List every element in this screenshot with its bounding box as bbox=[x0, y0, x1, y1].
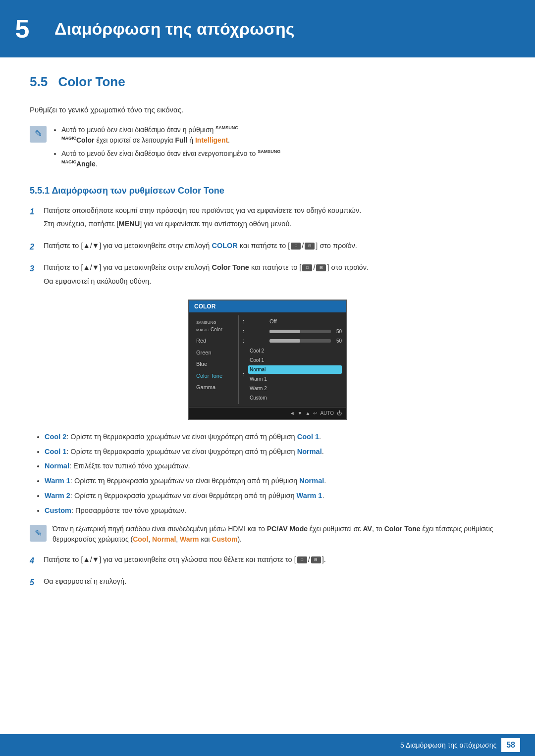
step-5-text: Θα εφαρμοστεί η επιλογή. bbox=[44, 576, 505, 587]
monitor-value-blue: : Cool 2 Cool 1 Normal Warm 1 Warm 2 Cus… bbox=[243, 347, 342, 402]
menu-red: Red bbox=[193, 336, 234, 346]
step-2: 2 Πατήστε το [▲/▼] για να μετακινηθείτε … bbox=[30, 241, 505, 254]
step-5: 5 Θα εφαρμοστεί η επιλογή. bbox=[30, 576, 505, 590]
monitor-icon-4: ↩ bbox=[313, 409, 317, 417]
step-content-2: Πατήστε το [▲/▼] για να μετακινηθείτε στ… bbox=[44, 241, 505, 254]
monitor-value-green: : 50 bbox=[243, 337, 342, 345]
steps-list: 1 Πατήστε οποιοδήποτε κουμπί στην πρόσοψ… bbox=[30, 205, 505, 290]
desc-warm2: Warm 2: Ορίστε η θερμοκρασία χρωμάτων να… bbox=[45, 491, 505, 502]
desc-normal: Normal: Επιλέξτε τον τυπικό τόνο χρωμάτω… bbox=[45, 461, 505, 472]
chapter-number: 5 bbox=[0, 9, 45, 49]
footer-note-icon-graphic: ✎ bbox=[30, 525, 47, 542]
monitor-left-menu: SAMSUNGMAGIC Color Red Green Blue Color … bbox=[189, 315, 239, 404]
note-list: Αυτό το μενού δεν είναι διαθέσιμο όταν η… bbox=[53, 125, 280, 172]
desc-custom: Custom: Προσαρμόστε τον τόνο χρωμάτων. bbox=[45, 505, 505, 516]
step-content-5: Θα εφαρμοστεί η επιλογή. bbox=[44, 576, 505, 590]
menu-gamma: Gamma bbox=[193, 382, 234, 393]
footer-page-number: 58 bbox=[501, 738, 520, 752]
note-icon-graphic: ✎ bbox=[30, 126, 47, 143]
note-icon: ✎ bbox=[30, 126, 47, 143]
footer-note-text: Όταν η εξωτερική πηγή εισόδου είναι συνδ… bbox=[53, 524, 505, 545]
monitor-icon-1: ◄ bbox=[290, 409, 295, 417]
step-4-text: Πατήστε το [▲/▼] για να μετακινηθείτε στ… bbox=[44, 554, 505, 565]
step-content-1: Πατήστε οποιοδήποτε κουμπί στην πρόσοψη … bbox=[44, 205, 505, 233]
desc-cool2: Cool 2: Ορίστε τη θερμοκρασία χρωμάτων ν… bbox=[45, 432, 505, 443]
chapter-title: Διαμόρφωση της απόχρωσης bbox=[45, 16, 294, 42]
step-4: 4 Πατήστε το [▲/▼] για να μετακινηθείτε … bbox=[30, 554, 505, 568]
monitor-body: SAMSUNGMAGIC Color Red Green Blue Color … bbox=[189, 312, 346, 407]
step-content-3: Πατήστε το [▲/▼] για να μετακινηθείτε στ… bbox=[44, 262, 505, 290]
desc-cool1: Cool 1: Ορίστε τη θερμοκρασία χρωμάτων ν… bbox=[45, 447, 505, 457]
footer-note-icon: ✎ bbox=[30, 525, 47, 542]
monitor-header: COLOR bbox=[189, 301, 346, 312]
step-number-5: 5 bbox=[30, 576, 44, 589]
desc-warm1: Warm 1: Ορίστε τη θερμοκρασία χρωμάτων ν… bbox=[45, 476, 505, 487]
menu-green: Green bbox=[193, 348, 234, 358]
monitor-icon-auto: AUTO bbox=[320, 409, 334, 417]
monitor-value-magic: : Off bbox=[243, 317, 342, 326]
step-3-subnote: Θα εμφανιστεί η ακόλουθη οθόνη. bbox=[44, 276, 505, 287]
chapter-header: 5 Διαμόρφωση της απόχρωσης bbox=[0, 0, 535, 57]
monitor-screenshot: COLOR SAMSUNGMAGIC Color Red Green Blue … bbox=[30, 300, 505, 420]
step-number-1: 1 bbox=[30, 205, 44, 218]
main-content: 5.5 Color Tone Ρυθμίζει το γενικό χρωματ… bbox=[0, 72, 535, 638]
page-footer: 5 Διαμόρφωση της απόχρωσης 58 bbox=[0, 734, 535, 756]
monitor-value-red: : 50 bbox=[243, 327, 342, 336]
monitor-icon-3: ▲ bbox=[305, 409, 310, 417]
intro-text: Ρυθμίζει το γενικό χρωματικό τόνο της ει… bbox=[30, 104, 505, 116]
menu-color-tone: Color Tone bbox=[193, 371, 234, 381]
step-1-text: Πατήστε οποιοδήποτε κουμπί στην πρόσοψη … bbox=[44, 205, 505, 216]
step-number-3: 3 bbox=[30, 262, 44, 275]
step-1: 1 Πατήστε οποιοδήποτε κουμπί στην πρόσοψ… bbox=[30, 205, 505, 233]
note-item-2: Αυτό το μενού δεν είναι διαθέσιμο όταν ε… bbox=[61, 149, 280, 169]
step-2-text: Πατήστε το [▲/▼] για να μετακινηθείτε στ… bbox=[44, 241, 505, 252]
footer-chapter-text: 5 Διαμόρφωση της απόχρωσης bbox=[400, 740, 496, 751]
footer-note-box: ✎ Όταν η εξωτερική πηγή εισόδου είναι συ… bbox=[30, 524, 505, 545]
note-box: ✎ Αυτό το μενού δεν είναι διαθέσιμο όταν… bbox=[30, 125, 505, 172]
step-3-text: Πατήστε το [▲/▼] για να μετακινηθείτε στ… bbox=[44, 262, 505, 273]
monitor-display: COLOR SAMSUNGMAGIC Color Red Green Blue … bbox=[188, 300, 347, 420]
step-number-4: 4 bbox=[30, 554, 44, 567]
subsection-title: 5.5.1 Διαμόρφωση των ρυθμίσεων Color Ton… bbox=[30, 184, 505, 198]
step-content-4: Πατήστε το [▲/▼] για να μετακινηθείτε στ… bbox=[44, 554, 505, 568]
note-item-1: Αυτό το μενού δεν είναι διαθέσιμο όταν η… bbox=[61, 125, 280, 146]
menu-magic-color: SAMSUNGMAGIC Color bbox=[193, 317, 234, 334]
menu-blue: Blue bbox=[193, 359, 234, 369]
monitor-icon-power: ⏻ bbox=[337, 409, 342, 417]
monitor-icon-row: ◄ ▼ ▲ ↩ AUTO ⏻ bbox=[189, 407, 346, 419]
section-title: 5.5 Color Tone bbox=[30, 72, 505, 95]
step-3: 3 Πατήστε το [▲/▼] για να μετακινηθείτε … bbox=[30, 262, 505, 290]
monitor-icon-2: ▼ bbox=[298, 409, 303, 417]
monitor-right-values: : Off : 50 : 50 : Coo bbox=[239, 315, 346, 404]
description-list: Cool 2: Ορίστε τη θερμοκρασία χρωμάτων ν… bbox=[30, 432, 505, 516]
step-number-2: 2 bbox=[30, 241, 44, 253]
step-1-subnote: Στη συνέχεια, πατήστε [MENU] για να εμφα… bbox=[44, 219, 505, 230]
